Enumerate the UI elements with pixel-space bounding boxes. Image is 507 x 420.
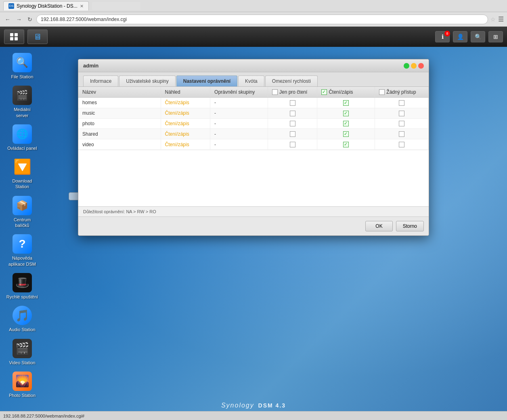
user-button[interactable]: 👤	[453, 31, 467, 42]
back-button[interactable]: ←	[3, 15, 12, 23]
cell-nazev: music	[78, 108, 161, 118]
browser-titlebar: DS Synology DiskStation - DS... ✕	[0, 0, 507, 12]
table-row: video Čtení/zápis -	[78, 139, 429, 150]
tab-informace[interactable]: Informace	[83, 76, 118, 86]
dialog-overlay: admin Informace Uživatelské skupiny Nast…	[0, 47, 507, 411]
checkbox-jen-pro-cteni[interactable]	[290, 111, 295, 116]
checkbox-cteni-zapis[interactable]	[343, 142, 349, 147]
checkbox-jen-pro-cteni[interactable]	[290, 131, 295, 137]
cell-nazev: Shared	[78, 129, 161, 139]
cell-jen-pro-cteni[interactable]	[268, 139, 317, 150]
dialog-minimize-button[interactable]	[404, 63, 409, 69]
monitor-icon: 🖥	[34, 32, 42, 42]
cell-jen-pro-cteni[interactable]	[268, 108, 317, 118]
dialog-tab-bar: Informace Uživatelské skupiny Nastavení …	[78, 72, 429, 87]
view-button[interactable]: ⊞	[488, 31, 503, 42]
cell-cteni-zapis[interactable]	[317, 129, 375, 139]
browser-toolbar: ← → ↻ 192.168.88.227:5000/webman/index.c…	[0, 12, 507, 27]
cell-jen-pro-cteni[interactable]	[268, 98, 317, 108]
tab-close-button[interactable]: ✕	[80, 4, 84, 9]
bookmark-button[interactable]: ☆	[490, 16, 496, 23]
browser-menu-button[interactable]: ☰	[498, 15, 504, 23]
table-row: photo Čtení/zápis -	[78, 118, 429, 129]
dsm-desktop-button[interactable]: 🖥	[27, 29, 48, 44]
checkbox-cteni-zapis[interactable]	[343, 111, 349, 116]
dialog-footer: Důležitost oprávnění: NA > RW > RO	[78, 206, 429, 216]
dialog-maximize-button[interactable]	[411, 63, 417, 69]
nahled-link[interactable]: Čtení/zápis	[165, 131, 189, 137]
col-jen-pro-cteni: Jen pro čtení	[268, 87, 317, 98]
reload-button[interactable]: ↻	[26, 15, 34, 23]
col-nazev: Název	[78, 87, 161, 98]
dialog-titlebar: admin	[78, 59, 429, 72]
status-bar: 192.168.88.227:5000/webman/index.cgi#	[0, 411, 507, 420]
cell-cteni-zapis[interactable]	[317, 139, 375, 150]
search-button[interactable]: 🔍	[471, 31, 485, 42]
desktop: 🔍 File Station 🎬 Mediálníserver 🌐 Ovláda…	[0, 47, 507, 411]
cell-cteni-zapis[interactable]	[317, 98, 375, 108]
cell-zadny-pristup[interactable]	[375, 118, 429, 129]
cell-zadny-pristup[interactable]	[375, 129, 429, 139]
tab-uzivatelske-skupiny[interactable]: Uživatelské skupiny	[119, 76, 175, 86]
dialog-window-controls	[404, 63, 424, 69]
cancel-button[interactable]: Storno	[396, 221, 424, 231]
checkbox-jen-pro-cteni[interactable]	[290, 100, 295, 106]
notification-button[interactable]: ℹ 8	[435, 31, 450, 42]
footer-text: Důležitost oprávnění: NA > RW > RO	[83, 209, 156, 214]
nahled-link[interactable]: Čtení/zápis	[165, 100, 189, 105]
header-checkbox-cteni-zapis[interactable]	[321, 89, 327, 95]
cell-nahled[interactable]: Čtení/zápis	[161, 108, 210, 118]
checkbox-cteni-zapis[interactable]	[343, 121, 349, 126]
table-row: Shared Čtení/zápis -	[78, 129, 429, 139]
cell-zadny-pristup[interactable]	[375, 98, 429, 108]
cell-zadny-pristup[interactable]	[375, 108, 429, 118]
tab-omezeni-rychlosti[interactable]: Omezení rychlosti	[265, 76, 318, 86]
tab-kvota[interactable]: Kvóta	[238, 76, 264, 86]
forward-button[interactable]: →	[15, 15, 23, 23]
browser-chrome: DS Synology DiskStation - DS... ✕ ← → ↻ …	[0, 0, 507, 27]
address-bar[interactable]: 192.168.88.227:5000/webman/index.cgi	[36, 15, 488, 24]
dialog-close-button[interactable]	[418, 63, 424, 69]
cell-nahled[interactable]: Čtení/zápis	[161, 98, 210, 108]
notification-badge: 8	[444, 31, 450, 36]
nahled-link[interactable]: Čtení/zápis	[165, 142, 189, 147]
checkbox-zadny-pristup[interactable]	[399, 131, 404, 137]
checkbox-cteni-zapis[interactable]	[343, 100, 349, 106]
checkbox-zadny-pristup[interactable]	[399, 111, 404, 116]
dsm-apps-button[interactable]	[4, 29, 24, 44]
tab-nastaveni-opravneni[interactable]: Nastavení oprávnění	[176, 76, 237, 86]
topbar-right-section: ℹ 8 👤 🔍 ⊞	[435, 31, 503, 42]
cell-jen-pro-cteni[interactable]	[268, 118, 317, 129]
nahled-link[interactable]: Čtení/zápis	[165, 121, 189, 126]
checkbox-jen-pro-cteni[interactable]	[290, 142, 295, 147]
cell-nahled[interactable]: Čtení/zápis	[161, 129, 210, 139]
col-nahled: Náhled	[161, 87, 210, 98]
notification-icon: ℹ	[442, 34, 444, 40]
cell-nahled[interactable]: Čtení/zápis	[161, 139, 210, 150]
cell-cteni-zapis[interactable]	[317, 118, 375, 129]
cell-zadny-pristup[interactable]	[375, 139, 429, 150]
cell-cteni-zapis[interactable]	[317, 108, 375, 118]
cell-opravneni: -	[210, 129, 268, 139]
checkbox-cteni-zapis[interactable]	[343, 131, 349, 137]
dialog-title: admin	[83, 63, 98, 69]
checkbox-zadny-pristup[interactable]	[399, 121, 404, 126]
ok-button[interactable]: OK	[365, 221, 392, 231]
tab-title: Synology DiskStation - DS...	[17, 3, 78, 9]
checkbox-zadny-pristup[interactable]	[399, 100, 404, 106]
cell-jen-pro-cteni[interactable]	[268, 129, 317, 139]
cell-opravneni: -	[210, 98, 268, 108]
table-empty-area	[78, 150, 429, 206]
favicon: DS	[8, 3, 14, 9]
cell-nahled[interactable]: Čtení/zápis	[161, 118, 210, 129]
new-tab-area[interactable]	[92, 2, 140, 10]
nahled-link[interactable]: Čtení/zápis	[165, 110, 189, 116]
checkbox-zadny-pristup[interactable]	[399, 142, 404, 147]
checkbox-jen-pro-cteni[interactable]	[290, 121, 295, 126]
browser-tab[interactable]: DS Synology DiskStation - DS... ✕	[3, 1, 89, 10]
header-checkbox-jen-pro-cteni[interactable]	[272, 89, 278, 95]
permissions-table: Název Náhled Oprávnění skupiny	[78, 87, 429, 150]
header-checkbox-zadny-pristup[interactable]	[379, 89, 385, 95]
cell-opravneni: -	[210, 139, 268, 150]
dsm-topbar: 🖥 ℹ 8 👤 🔍 ⊞	[0, 27, 507, 47]
